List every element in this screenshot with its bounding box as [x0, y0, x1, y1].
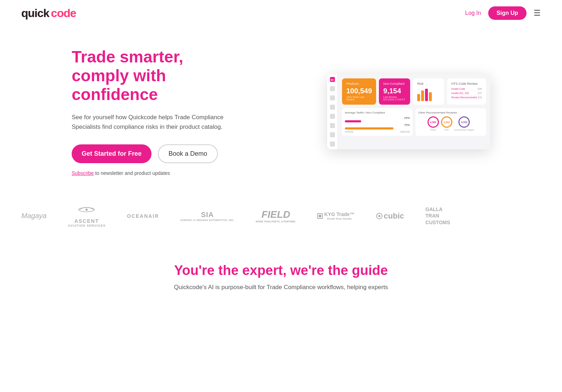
hero-dashboard: qc Products 100,549 +421 Since Last Rev [327, 74, 490, 149]
hts-row-3: Review Recommended 333 [451, 95, 482, 100]
tariff-pct2: 75% [345, 123, 410, 127]
risk-bar-1 [417, 94, 420, 101]
hero-buttons: Get Started for Free Book a Demo [72, 144, 256, 163]
dashboard-bottom-cards: Average Tariffs / Non-Compliant 25% 75% … [342, 108, 486, 136]
logo-gallagher: GALLATRANCUSTOMS [425, 206, 450, 226]
sidebar-logo: qc [330, 77, 335, 82]
products-value: 100,549 [346, 87, 372, 95]
logo-sia-sub: SUBARU of INDIANA AUTOMOTIVE, INC. [180, 219, 234, 221]
login-link[interactable]: Log In [465, 10, 481, 16]
subscribe-text: Subscribe to newsletter and product upda… [72, 170, 256, 176]
logos-track: Magaya ASCENT AVIATION SERVICES OCEANAIR… [21, 204, 541, 227]
tariff-bar-2 [345, 127, 393, 129]
logo-gallagher-text: GALLATRANCUSTOMS [425, 206, 450, 226]
risk-bar-4 [429, 92, 432, 101]
kyg-icon-dot [319, 215, 321, 217]
signup-button[interactable]: Sign Up [488, 6, 527, 20]
noncompliant-sub: Last Review 8/17/2024 17:06 ET [383, 96, 406, 101]
logo-magaya: Magaya [21, 212, 46, 220]
book-demo-button[interactable]: Book a Demo [158, 144, 218, 163]
circle-enforcement-ring: 6,500 [458, 116, 470, 128]
risk-bar-3 [425, 89, 428, 101]
risk-chart [417, 87, 440, 101]
cubic-icon-dot [378, 215, 380, 217]
menu-button[interactable]: ☰ [534, 9, 541, 18]
bottom-description: Quickcode's AI is purpose-built for Trad… [21, 284, 541, 291]
logo-field-sub: MORE THAN PARTS. A PARTNER. [256, 220, 296, 223]
tariff-label-htsus: HTSUS [345, 131, 353, 133]
nav-actions: Log In Sign Up ☰ [465, 6, 541, 20]
sidebar-icon-4 [330, 114, 335, 119]
logo-kyg-wrap: KYG Trade™ Know Your Goods [317, 211, 355, 220]
hero-content: Trade smarter, comply with confidence Se… [72, 48, 256, 176]
circle-pga: 4,500 PGAs [428, 116, 439, 131]
circle-fta: 2,500 FTA [441, 116, 452, 131]
logo-oceanair: OCEANAIR [127, 213, 159, 219]
tariff-labels: HTSUS AD/CVD [345, 131, 410, 133]
logo-kyg-text: KYG Trade™ [324, 211, 355, 217]
noncompliant-card: Non-Compliant 9,154 Last Review 8/17/202… [379, 78, 410, 105]
sidebar-icon-3 [330, 105, 335, 110]
ascent-sub: AVIATION SERVICES [68, 224, 106, 227]
sidebar-icon-1 [330, 86, 335, 91]
navbar: quickcode Log In Sign Up ☰ [0, 0, 562, 26]
logo-cubic-text: cubic [384, 211, 404, 221]
hts-row-1: Invalid Code 525 [451, 87, 482, 91]
logo-field: FIELD MORE THAN PARTS. A PARTNER. [256, 209, 296, 223]
sidebar-icon-5 [330, 123, 335, 128]
get-started-button[interactable]: Get Started for Free [72, 144, 151, 163]
sidebar-icon-2 [330, 95, 335, 100]
products-label: Products [346, 82, 372, 85]
hts-row-2: Invalid 201, 232 237 [451, 91, 482, 95]
sidebar-icon-7 [330, 142, 335, 147]
logo-cubic: cubic [376, 211, 404, 221]
ascent-name: ASCENT [75, 218, 99, 224]
dashboard-mockup: qc Products 100,549 +421 Since Last Rev [327, 74, 490, 149]
reviews-circles: 4,500 PGAs 2,500 FTA 6,500 Enforcement T… [418, 116, 483, 131]
logo-kyg-sub: Know Your Goods [324, 217, 355, 220]
tariff-label-adcvd: AD/CVD [401, 131, 410, 133]
svg-point-1 [86, 209, 88, 211]
other-reviews-card: Other Recommended Reviews 4,500 PGAs 2,5… [415, 108, 486, 136]
noncompliant-label: Non-Compliant [383, 82, 406, 85]
products-card: Products 100,549 +421 Since Last Review [342, 78, 376, 105]
circle-enforcement: 6,500 Enforcement Targets [454, 116, 474, 131]
cubic-icon [376, 213, 382, 219]
risk-label: Risk [417, 82, 440, 85]
hero-description: See for yourself how Quickcode helps Tra… [72, 112, 235, 132]
logo-sia: SIA SUBARU of INDIANA AUTOMOTIVE, INC. [180, 211, 234, 221]
circle-enforcement-label: Enforcement Targets [454, 129, 474, 131]
circle-fta-ring: 2,500 [441, 116, 452, 128]
other-reviews-title: Other Recommended Reviews [418, 111, 483, 114]
logo[interactable]: quickcode [21, 7, 77, 20]
hts-card: HTS Code Review Invalid Code 525 Invalid… [447, 78, 486, 105]
dashboard-sidebar: qc [327, 74, 338, 149]
hero-title: Trade smarter, comply with confidence [72, 48, 256, 104]
ascent-icon [78, 204, 95, 217]
dashboard-main: Products 100,549 +421 Since Last Review … [338, 74, 490, 149]
risk-card: Risk [413, 78, 444, 105]
bottom-section: You're the expert, we're the guide Quick… [0, 242, 562, 305]
sidebar-icon-6 [330, 132, 335, 137]
tariff-title: Average Tariffs / Non-Compliant [345, 111, 410, 114]
products-sub: +421 Since Last Review [346, 96, 372, 101]
logo-sia-text: SIA [180, 211, 234, 219]
risk-bar-2 [421, 90, 424, 101]
tariff-pct1: 25% [345, 116, 410, 120]
hero-section: Trade smarter, comply with confidence Se… [50, 26, 512, 190]
circle-pga-label: PGAs [428, 129, 439, 131]
dashboard-top-cards: Products 100,549 +421 Since Last Review … [342, 78, 486, 105]
bottom-title: You're the expert, we're the guide [21, 263, 541, 278]
circle-pga-ring: 4,500 [428, 116, 439, 128]
hts-label: HTS Code Review [451, 82, 482, 85]
tariff-card: Average Tariffs / Non-Compliant 25% 75% … [342, 108, 413, 136]
kyg-icon-box [317, 213, 323, 219]
noncompliant-value: 9,154 [383, 87, 406, 95]
logo-ascent: ASCENT AVIATION SERVICES [68, 204, 106, 227]
circle-fta-label: FTA [441, 129, 452, 131]
logo-kyg: KYG Trade™ Know Your Goods [317, 211, 355, 220]
logos-section: Magaya ASCENT AVIATION SERVICES OCEANAIR… [0, 190, 562, 242]
kyg-text-wrap: KYG Trade™ Know Your Goods [324, 211, 355, 220]
tariff-bar-1 [345, 120, 361, 122]
subscribe-link[interactable]: Subscribe [72, 170, 94, 176]
